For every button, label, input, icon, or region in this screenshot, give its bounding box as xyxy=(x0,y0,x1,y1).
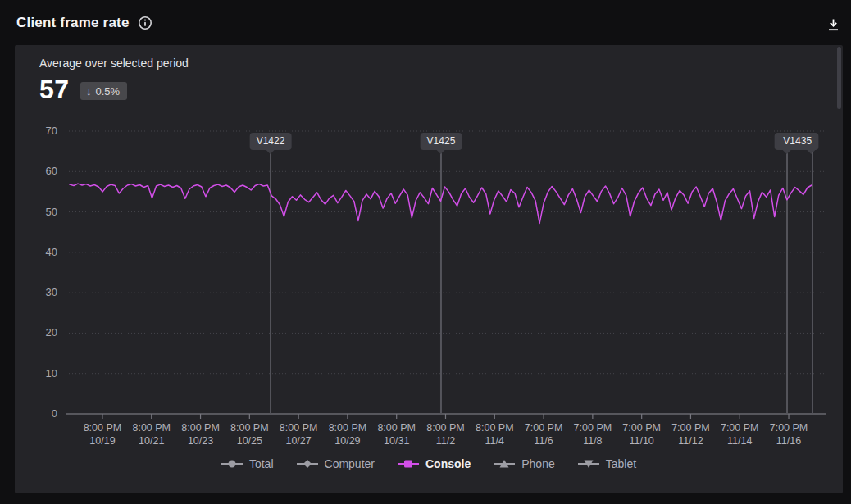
frame-rate-chart[interactable]: 010203040506070 8:00 PM10/198:00 PM10/21… xyxy=(15,45,843,493)
triangle-up-icon xyxy=(494,459,515,469)
y-tick-label: 10 xyxy=(15,367,57,380)
x-tick-time: 8:00 PM xyxy=(426,422,465,434)
annotation-badge-v1435[interactable]: V1435 xyxy=(776,133,818,150)
diamond-icon xyxy=(297,459,318,469)
legend-label: Tablet xyxy=(606,457,636,470)
x-tick-time: 7:00 PM xyxy=(721,422,759,434)
square-icon xyxy=(398,459,419,469)
y-tick-label: 60 xyxy=(15,165,57,178)
legend-label: Console xyxy=(426,457,471,470)
circle-icon xyxy=(221,459,243,469)
x-tick-time: 7:00 PM xyxy=(671,422,710,434)
legend-item-console[interactable]: Console xyxy=(398,457,471,470)
x-tick-time: 7:00 PM xyxy=(574,422,612,434)
x-tick-time: 7:00 PM xyxy=(525,422,563,434)
plot-area[interactable] xyxy=(64,131,826,421)
y-tick-label: 30 xyxy=(15,286,57,299)
y-tick-label: 40 xyxy=(15,246,57,259)
x-tick-time: 8:00 PM xyxy=(280,422,318,434)
download-button[interactable] xyxy=(823,15,843,34)
annotation-badge-v1425[interactable]: V1425 xyxy=(421,133,462,150)
legend-item-phone[interactable]: Phone xyxy=(494,457,554,470)
legend-label: Total xyxy=(249,457,274,470)
info-icon[interactable] xyxy=(138,16,152,30)
y-tick-label: 20 xyxy=(15,326,57,339)
chart-card: Average over selected period 57 ↓ 0.5% 0… xyxy=(15,45,843,493)
triangle-down-icon xyxy=(578,459,599,469)
chart-legend: TotalComputerConsolePhoneTablet xyxy=(15,457,843,470)
title-row: Client frame rate xyxy=(16,15,152,31)
x-tick-time: 8:00 PM xyxy=(377,422,416,434)
x-tick-time: 8:00 PM xyxy=(132,422,171,434)
download-icon xyxy=(826,18,840,32)
y-tick-label: 0 xyxy=(15,407,57,420)
info-icon-glyph xyxy=(138,16,152,30)
x-tick-time: 8:00 PM xyxy=(181,422,220,434)
x-tick-time: 7:00 PM xyxy=(770,422,808,434)
x-tick-time: 8:00 PM xyxy=(230,422,269,434)
y-tick-label: 50 xyxy=(15,206,57,219)
annotation-badge-v1422[interactable]: V1422 xyxy=(250,133,292,150)
legend-item-computer[interactable]: Computer xyxy=(297,457,375,470)
legend-item-tablet[interactable]: Tablet xyxy=(578,457,636,470)
x-tick-label: 7:00 PM11/16 xyxy=(758,421,820,447)
panel-header: Client frame rate xyxy=(0,0,851,45)
x-tick-time: 8:00 PM xyxy=(476,422,514,434)
page-title: Client frame rate xyxy=(16,15,130,31)
legend-label: Computer xyxy=(325,457,375,470)
x-tick-time: 8:00 PM xyxy=(329,422,367,434)
x-tick-time: 8:00 PM xyxy=(84,422,122,434)
y-tick-label: 70 xyxy=(15,125,57,138)
x-tick-time: 7:00 PM xyxy=(622,422,661,434)
legend-item-total[interactable]: Total xyxy=(221,457,274,470)
legend-label: Phone xyxy=(521,457,554,470)
x-tick-date: 11/16 xyxy=(758,434,820,447)
